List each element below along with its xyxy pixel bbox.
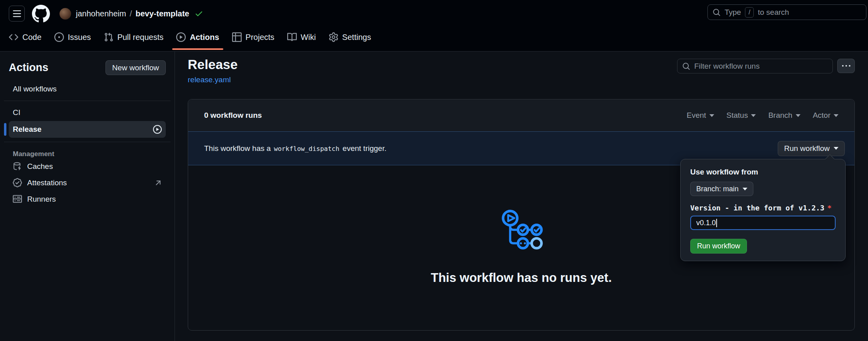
repo-tab-bar: Code Issues Pull requests Actions [0, 23, 868, 51]
banner-code: workflow_dispatch [274, 145, 340, 153]
workflow-page-header: Release release.yaml [188, 57, 855, 84]
run-workflow-dropdown-button[interactable]: Run workflow [778, 141, 845, 156]
cache-icon [13, 162, 22, 171]
banner-text-after: event trigger. [343, 144, 387, 153]
workflow-runs-panel: 0 workflow runs Event Status Branch Acto… [188, 99, 855, 331]
sidebar-header: Actions New workflow [9, 60, 166, 75]
tab-issues[interactable]: Issues [54, 23, 91, 51]
workflow-options-button[interactable] [837, 59, 855, 73]
banner-text-before: This workflow has a [204, 144, 271, 153]
status-filter-dropdown[interactable]: Status [727, 111, 756, 120]
page-title: Release [188, 57, 238, 72]
sidebar-divider [4, 101, 171, 101]
management-section-heading: Management [9, 150, 166, 158]
search-icon [713, 8, 721, 16]
three-bars-icon [12, 9, 22, 18]
tab-settings[interactable]: Settings [329, 23, 371, 51]
github-actions-page: janhohenheim / bevy-template Type / to s… [0, 0, 868, 341]
breadcrumb: janhohenheim / bevy-template [76, 9, 203, 18]
breadcrumb-owner-link[interactable]: janhohenheim [76, 9, 126, 18]
filter-label: Status [727, 111, 748, 120]
runs-count-label: 0 workflow runs [204, 111, 262, 120]
new-workflow-button[interactable]: New workflow [105, 60, 166, 75]
chevron-down-icon [834, 114, 838, 117]
verified-badge-icon [13, 178, 22, 187]
branch-filter-dropdown[interactable]: Branch [768, 111, 800, 120]
tab-label: Code [22, 33, 42, 42]
runs-filter-bar: Event Status Branch Actor [687, 111, 838, 120]
filter-workflow-runs-box [677, 59, 833, 73]
tab-label: Actions [190, 33, 219, 42]
filter-label: Branch [768, 111, 792, 120]
git-pull-request-icon [104, 32, 113, 42]
external-link-arrow-icon [155, 179, 162, 186]
search-icon [682, 62, 690, 70]
chevron-down-icon [743, 188, 747, 190]
slash-key-hint: / [745, 7, 754, 18]
banner-message: This workflow has aworkflow_dispatcheven… [204, 144, 386, 153]
tab-code[interactable]: Code [9, 23, 42, 51]
tab-label: Pull requests [117, 33, 164, 42]
header-top-row: janhohenheim / bevy-template Type / to s… [0, 0, 868, 23]
repo-status-check-icon [195, 9, 203, 18]
empty-state-message: This workflow has no runs yet. [188, 271, 854, 285]
popup-heading: Use workflow from [690, 168, 836, 176]
chevron-down-icon [709, 114, 714, 117]
sidebar-item-all-workflows[interactable]: All workflows [9, 81, 166, 97]
github-logo-icon[interactable] [32, 5, 50, 23]
sidebar-item-attestations[interactable]: Attestations [9, 174, 166, 191]
book-icon [287, 32, 297, 42]
table-icon [232, 32, 242, 42]
version-label-text: Version - in the form of v1.2.3 [690, 204, 824, 212]
actions-sidebar: Actions New workflow All workflows CI Re… [0, 52, 175, 341]
workflow-dispatch-banner: This workflow has aworkflow_dispatcheven… [188, 131, 854, 165]
branch-selector-button[interactable]: Branch: main [690, 182, 753, 196]
branch-selector-label: Branch: main [696, 185, 739, 193]
chevron-down-icon [834, 147, 838, 150]
sidebar-item-caches[interactable]: Caches [9, 158, 166, 174]
tab-wiki[interactable]: Wiki [287, 23, 316, 51]
tab-label: Settings [342, 33, 371, 42]
runs-list-header: 0 workflow runs Event Status Branch Acto… [188, 99, 854, 131]
global-search-input[interactable]: Type / to search [707, 4, 866, 20]
workflow-file-link[interactable]: release.yaml [188, 75, 231, 84]
sidebar-item-runners[interactable]: Runners [9, 191, 166, 207]
header-actions [677, 59, 855, 84]
sidebar-item-label: Release [13, 125, 42, 134]
sidebar-divider [4, 142, 171, 142]
sidebar-item-ci[interactable]: CI [9, 105, 166, 120]
filter-workflow-runs-input[interactable] [694, 62, 828, 71]
sidebar-item-label: Runners [27, 195, 56, 204]
sidebar-item-label: Attestations [27, 178, 67, 187]
version-input-value: v0.1.0 [696, 219, 716, 227]
server-icon [13, 194, 22, 204]
tab-label: Wiki [301, 33, 316, 42]
breadcrumb-repo-link[interactable]: bevy-template [135, 9, 189, 18]
workflow-title-block: Release release.yaml [188, 57, 238, 84]
tab-projects[interactable]: Projects [232, 23, 274, 51]
workflow-graph-icon [499, 206, 544, 250]
app-header: janhohenheim / bevy-template Type / to s… [0, 0, 868, 52]
hamburger-menu-button[interactable] [9, 6, 25, 22]
issue-opened-icon [54, 32, 64, 42]
tab-pull-requests[interactable]: Pull requests [104, 23, 164, 51]
sidebar-item-release[interactable]: Release [9, 121, 166, 138]
required-asterisk: * [827, 204, 832, 212]
run-workflow-label: Run workflow [784, 144, 830, 153]
text-cursor [716, 219, 717, 227]
tab-actions[interactable]: Actions [176, 23, 219, 51]
version-input-label: Version - in the form of v1.2.3* [690, 204, 836, 212]
code-icon [9, 32, 18, 42]
filter-label: Event [687, 111, 706, 120]
version-input[interactable]: v0.1.0 [690, 216, 836, 230]
gear-icon [329, 32, 338, 42]
chevron-down-icon [751, 114, 756, 117]
tab-label: Projects [246, 33, 274, 42]
chevron-down-icon [796, 114, 800, 117]
actor-filter-dropdown[interactable]: Actor [813, 111, 838, 120]
run-workflow-submit-button[interactable]: Run workflow [690, 239, 747, 254]
breadcrumb-separator: / [130, 9, 132, 18]
user-avatar[interactable] [60, 8, 71, 20]
search-placeholder-suffix: to search [758, 8, 789, 17]
event-filter-dropdown[interactable]: Event [687, 111, 714, 120]
